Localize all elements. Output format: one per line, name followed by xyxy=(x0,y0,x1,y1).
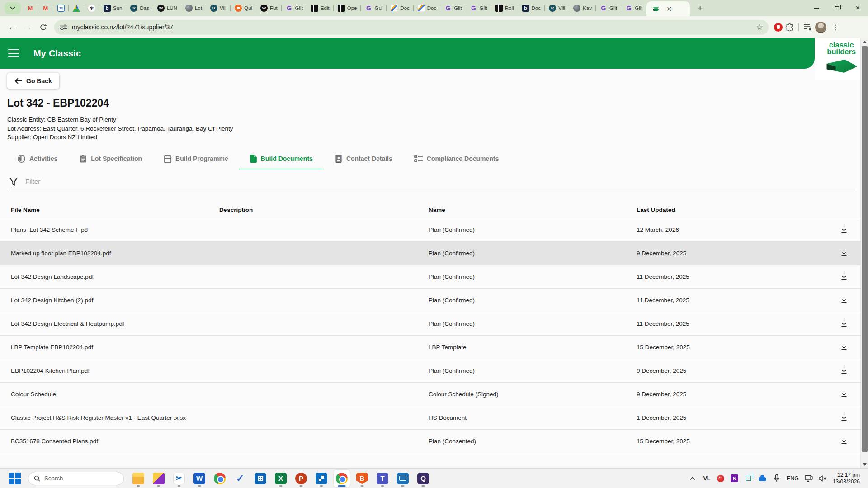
profile-avatar[interactable] xyxy=(815,22,826,33)
url-text[interactable]: myclassic.co.nz/lot/2471/supplier/37 xyxy=(72,23,756,31)
window-close-button[interactable]: × xyxy=(847,0,868,16)
tray-chevron-up-icon[interactable] xyxy=(689,477,697,480)
table-row[interactable]: Lot 342 Design Electrical & Heatpump.pdf… xyxy=(0,312,860,336)
browser-tab[interactable]: Lot xyxy=(181,0,206,16)
tab-search-button[interactable] xyxy=(5,2,21,14)
browser-tab[interactable]: Vill xyxy=(545,0,569,16)
browser-tab[interactable]: Roll xyxy=(491,0,518,16)
tab-close-icon[interactable]: ✕ xyxy=(665,5,674,13)
playlist-icon[interactable] xyxy=(803,23,812,31)
taskbar-app[interactable] xyxy=(171,470,187,487)
tray-virtual-desktop-icon[interactable] xyxy=(745,476,753,481)
browser-tab[interactable]: Kav xyxy=(569,0,596,16)
language-indicator[interactable]: ENG xyxy=(787,475,799,482)
extensions-puzzle-icon[interactable] xyxy=(785,23,794,32)
table-row[interactable]: Colour Schedule Colour Schedule (Signed)… xyxy=(0,383,860,406)
download-button[interactable] xyxy=(836,433,852,449)
page-scrollbar[interactable] xyxy=(860,38,868,468)
download-button[interactable] xyxy=(836,245,852,261)
tray-onenote-icon[interactable]: N xyxy=(731,474,739,482)
adblocker-extension-icon[interactable] xyxy=(774,23,783,32)
table-row[interactable]: Lot 342 Design Kitchen (2).pdf Plan (Con… xyxy=(0,289,860,312)
tray-display-icon[interactable] xyxy=(805,475,813,482)
tray-onedrive-icon[interactable] xyxy=(759,475,767,481)
browser-tab[interactable]: Glit xyxy=(466,0,491,16)
download-button[interactable] xyxy=(836,315,852,332)
browser-tab[interactable]: Glit xyxy=(596,0,621,16)
tab-build-programme[interactable]: Build Programme xyxy=(153,149,239,169)
window-minimize-button[interactable] xyxy=(806,0,826,16)
tab-contact-details[interactable]: Contact Details xyxy=(324,149,403,169)
taskbar-app[interactable] xyxy=(313,470,330,487)
tray-vl-app-icon[interactable]: VL xyxy=(703,475,711,482)
bookmark-star-icon[interactable]: ☆ xyxy=(756,23,763,32)
browser-tab[interactable]: Doc xyxy=(387,0,413,16)
scrollbar-up-arrow[interactable] xyxy=(861,38,868,46)
scrollbar-down-arrow[interactable] xyxy=(861,460,868,468)
taskbar-app[interactable] xyxy=(354,470,370,487)
tab-build-documents[interactable]: Build Documents xyxy=(239,149,324,169)
go-back-button[interactable]: Go Back xyxy=(7,73,59,89)
browser-tab[interactable]: Gui xyxy=(361,0,387,16)
taskbar-app[interactable] xyxy=(273,470,289,487)
download-button[interactable] xyxy=(836,362,852,379)
tray-microphone-icon[interactable] xyxy=(773,474,781,482)
taskbar-app[interactable] xyxy=(151,470,167,487)
browser-tab[interactable]: Edit xyxy=(307,0,334,16)
start-button[interactable] xyxy=(8,472,22,485)
taskbar-app[interactable] xyxy=(252,470,269,487)
table-row[interactable]: BC351678 Consented Plans.pdf Plan (Conse… xyxy=(0,430,860,453)
download-button[interactable] xyxy=(836,409,852,426)
tab-compliance-documents[interactable]: Compliance Documents xyxy=(403,149,509,169)
browser-tab[interactable]: Vill xyxy=(206,0,231,16)
browser-tab[interactable]: Sun xyxy=(99,0,126,16)
filter-input[interactable] xyxy=(25,176,855,187)
scrollbar-thumb[interactable] xyxy=(862,46,868,452)
tray-volume-muted-icon[interactable] xyxy=(819,475,827,482)
tray-antivirus-icon[interactable] xyxy=(717,475,725,482)
table-row[interactable]: Plans_Lot 342 Scheme F p8 Plan (Confirme… xyxy=(0,218,860,242)
browser-tab[interactable]: Ope xyxy=(334,0,361,16)
table-row[interactable]: Marked up floor plan EBP102204.pdf Plan … xyxy=(0,242,860,265)
taskbar-app[interactable] xyxy=(130,470,146,487)
download-button[interactable] xyxy=(836,339,852,355)
taskbar-app[interactable] xyxy=(374,470,391,487)
browser-tab[interactable]: Glit xyxy=(621,0,646,16)
forward-button[interactable]: → xyxy=(20,19,35,35)
browser-tab[interactable]: Fut xyxy=(256,0,282,16)
taskbar-app[interactable] xyxy=(212,470,228,487)
new-tab-button[interactable]: + xyxy=(693,2,706,14)
taskbar-app[interactable] xyxy=(334,470,350,487)
download-button[interactable] xyxy=(836,292,852,308)
address-bar[interactable]: myclassic.co.nz/lot/2471/supplier/37 ☆ xyxy=(54,20,769,35)
reload-button[interactable] xyxy=(35,19,51,35)
table-row[interactable]: Classic Project H&S Risk Register Master… xyxy=(0,406,860,430)
browser-tab[interactable]: Das xyxy=(126,0,153,16)
browser-tab[interactable] xyxy=(69,0,84,16)
browser-tab[interactable] xyxy=(84,0,99,16)
window-restore-button[interactable] xyxy=(826,0,847,16)
table-row[interactable]: EBP102204 Kitchen Plan.pdf Plan (Confirm… xyxy=(0,359,860,383)
browser-tab[interactable]: Glit xyxy=(440,0,466,16)
browser-tab[interactable]: Doc xyxy=(518,0,545,16)
browser-tab[interactable]: Doc xyxy=(414,0,440,16)
table-row[interactable]: Lot 342 Design Landscape.pdf Plan (Confi… xyxy=(0,265,860,289)
taskbar-app[interactable] xyxy=(395,470,411,487)
download-button[interactable] xyxy=(836,268,852,285)
menu-hamburger-icon[interactable] xyxy=(8,49,19,57)
taskbar-app[interactable] xyxy=(232,470,248,487)
tab-lot-specification[interactable]: Lot Specification xyxy=(68,149,153,169)
taskbar-app[interactable] xyxy=(191,470,208,487)
download-button[interactable] xyxy=(836,221,852,238)
taskbar-app[interactable] xyxy=(293,470,309,487)
browser-tab[interactable]: Glit xyxy=(282,0,307,16)
browser-tab[interactable]: Qui xyxy=(231,0,256,16)
browser-tab[interactable] xyxy=(38,0,53,16)
browser-tab[interactable] xyxy=(23,0,38,16)
taskbar-clock[interactable]: 12:17 pm 13/03/2026 xyxy=(833,472,860,485)
download-button[interactable] xyxy=(836,386,852,402)
browser-tab-active[interactable]: ✕ xyxy=(646,1,690,16)
taskbar-search[interactable]: Search xyxy=(28,472,124,485)
browser-tab[interactable] xyxy=(53,0,69,16)
taskbar-app[interactable] xyxy=(415,470,431,487)
